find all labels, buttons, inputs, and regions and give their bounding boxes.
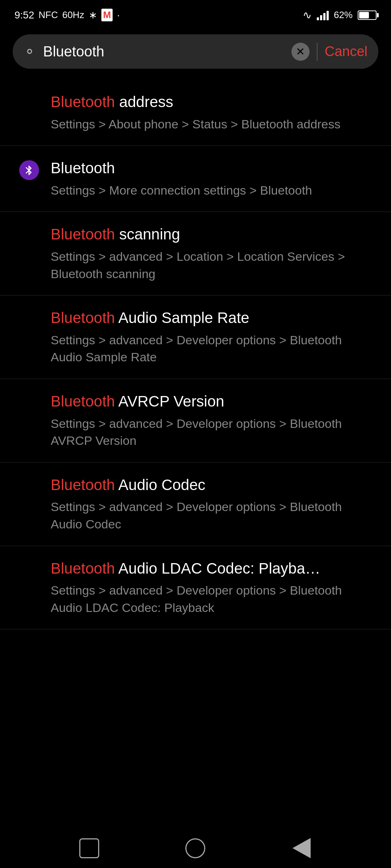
nfc-indicator: NFC [39, 9, 58, 21]
recent-apps-icon [79, 838, 99, 858]
result-item-bluetooth-audio-ldac[interactable]: Bluetooth Audio LDAC Codec: Playba… Sett… [0, 546, 391, 630]
bluetooth-settings-icon [19, 160, 39, 180]
rest-title: address [115, 93, 173, 110]
result-content: Bluetooth Settings > More connection set… [51, 158, 373, 199]
search-bar[interactable]: ⚬ ✕ Cancel [13, 34, 378, 69]
status-left: 9:52 NFC 60Hz ∗ M · [14, 9, 120, 21]
battery-icon [358, 10, 377, 20]
back-icon [293, 838, 311, 858]
rest-title: AVRCP Version [115, 393, 224, 410]
result-content: Bluetooth Audio Sample Rate Settings > a… [51, 308, 373, 366]
hz-indicator: 60Hz [62, 9, 84, 21]
result-title: Bluetooth Audio LDAC Codec: Playba… [51, 559, 373, 579]
highlight-text: Bluetooth [51, 309, 115, 326]
result-content: Bluetooth Audio LDAC Codec: Playba… Sett… [51, 559, 373, 617]
result-path: Settings > advanced > Developer options … [51, 582, 373, 616]
search-clear-button[interactable]: ✕ [291, 43, 310, 61]
home-icon [185, 838, 205, 858]
battery-percentage: 62% [334, 9, 353, 21]
highlight-text: Bluetooth [51, 476, 115, 493]
gmail-icon: M [101, 9, 113, 21]
highlight-text: Bluetooth [51, 560, 115, 577]
bluetooth-status-icon: ∗ [89, 9, 97, 21]
highlight-text: Bluetooth [51, 226, 115, 243]
result-item-bluetooth[interactable]: Bluetooth Settings > More connection set… [0, 146, 391, 212]
status-bar: 9:52 NFC 60Hz ∗ M · ∿ 62% [0, 0, 391, 27]
rest-title: Audio Codec [115, 476, 205, 493]
result-item-bluetooth-avrcp-version[interactable]: Bluetooth AVRCP Version Settings > advan… [0, 379, 391, 463]
result-icon-placeholder [18, 92, 40, 94]
highlight-text: Bluetooth [51, 393, 115, 410]
result-path: Settings > advanced > Location > Locatio… [51, 248, 373, 282]
result-title: Bluetooth Audio Sample Rate [51, 308, 373, 328]
rest-title: Audio Sample Rate [115, 309, 249, 326]
result-icon-placeholder [18, 225, 40, 226]
result-item-bluetooth-audio-sample-rate[interactable]: Bluetooth Audio Sample Rate Settings > a… [0, 295, 391, 379]
status-right: ∿ 62% [303, 9, 377, 21]
wifi-icon: ∿ [303, 9, 312, 21]
result-icon-placeholder [18, 308, 40, 310]
result-title: Bluetooth scanning [51, 225, 373, 244]
recent-apps-button[interactable] [75, 834, 104, 863]
dot-indicator: · [117, 9, 120, 21]
result-path: Settings > advanced > Developer options … [51, 332, 373, 366]
result-icon-placeholder [18, 392, 40, 393]
result-path: Settings > More connection settings > Bl… [51, 182, 373, 199]
result-content: Bluetooth Audio Codec Settings > advance… [51, 475, 373, 533]
result-title: Bluetooth Audio Codec [51, 475, 373, 495]
result-title: Bluetooth AVRCP Version [51, 392, 373, 412]
search-divider [317, 43, 318, 61]
result-item-bluetooth-scanning[interactable]: Bluetooth scanning Settings > advanced >… [0, 212, 391, 295]
result-content: Bluetooth address Settings > About phone… [51, 92, 373, 133]
search-bar-container: ⚬ ✕ Cancel [0, 27, 391, 80]
result-content: Bluetooth scanning Settings > advanced >… [51, 225, 373, 282]
search-input[interactable] [43, 43, 284, 60]
home-button[interactable] [181, 834, 210, 863]
signal-icon [317, 10, 329, 20]
result-item-bluetooth-address[interactable]: Bluetooth address Settings > About phone… [0, 80, 391, 146]
navigation-bar [0, 828, 391, 868]
result-icon-placeholder [18, 559, 40, 561]
rest-title: Audio LDAC Codec: Playba… [115, 560, 320, 577]
rest-title: scanning [115, 226, 180, 243]
result-path: Settings > advanced > Developer options … [51, 498, 373, 533]
search-icon: ⚬ [24, 43, 36, 60]
result-icon-placeholder [18, 475, 40, 477]
results-list: Bluetooth address Settings > About phone… [0, 80, 391, 673]
result-item-bluetooth-audio-codec[interactable]: Bluetooth Audio Codec Settings > advance… [0, 463, 391, 546]
result-path: Settings > advanced > Developer options … [51, 415, 373, 450]
back-button[interactable] [287, 834, 316, 863]
time-display: 9:52 [14, 9, 34, 21]
result-title: Bluetooth [51, 158, 373, 178]
cancel-button[interactable]: Cancel [325, 44, 367, 59]
result-content: Bluetooth AVRCP Version Settings > advan… [51, 392, 373, 450]
result-icon-container [18, 158, 40, 180]
title-text: Bluetooth [51, 159, 115, 176]
result-title: Bluetooth address [51, 92, 373, 112]
result-path: Settings > About phone > Status > Blueto… [51, 116, 373, 133]
highlight-text: Bluetooth [51, 93, 115, 110]
